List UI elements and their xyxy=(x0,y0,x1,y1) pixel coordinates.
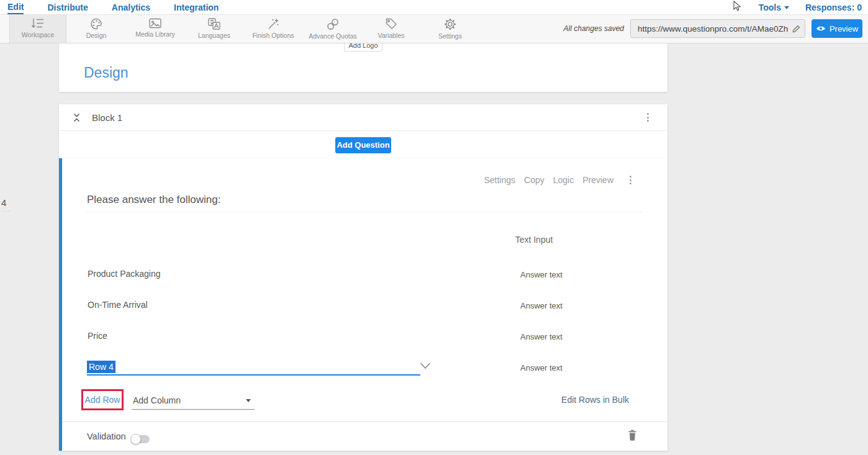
row-answer-placeholder[interactable]: Answer text xyxy=(520,363,563,372)
page-title: Design xyxy=(84,65,129,81)
question-title[interactable]: Please answer the following: xyxy=(87,194,220,206)
nav-tab-integration[interactable]: Integration xyxy=(174,1,219,14)
toggle-knob xyxy=(130,434,141,444)
question-logic-link[interactable]: Logic xyxy=(553,175,574,185)
edit-rows-in-bulk-link[interactable]: Edit Rows in Bulk xyxy=(561,395,629,405)
row-answer-placeholder[interactable]: Answer text xyxy=(520,332,563,341)
add-question-button[interactable]: Add Question xyxy=(335,137,391,153)
question-editor: Settings Copy Logic Preview Please answe… xyxy=(59,158,667,451)
eye-icon xyxy=(816,25,826,32)
workspace-icon xyxy=(31,18,45,29)
questionpro-survey-editor: Edit Distribute Analytics Integration To… xyxy=(0,0,868,455)
toolbar-item-finish-options[interactable]: Finish Options xyxy=(245,15,301,43)
survey-url-field xyxy=(630,19,805,38)
column-header-text-input: Text Input xyxy=(494,235,574,245)
row-label[interactable]: Price xyxy=(88,331,107,341)
toolbar-item-workspace[interactable]: Workspace xyxy=(9,15,66,43)
question-actions: Settings Copy Logic Preview xyxy=(484,173,634,187)
toolbar-item-design[interactable]: Design xyxy=(68,15,124,43)
translate-icon xyxy=(208,18,220,30)
wand-icon xyxy=(267,18,279,30)
question-copy-link[interactable]: Copy xyxy=(524,175,545,185)
question-title-divider xyxy=(87,212,643,212)
validation-toggle[interactable] xyxy=(131,435,150,443)
preview-label: Preview xyxy=(830,24,858,34)
nav-tab-edit[interactable]: Edit xyxy=(7,1,24,14)
gear-icon xyxy=(444,18,456,30)
question-number: 4 xyxy=(1,197,10,212)
autosave-status: All changes saved xyxy=(559,24,624,33)
question-footer-divider xyxy=(62,421,667,422)
dropdown-caret-icon xyxy=(246,399,251,402)
toolbar-item-settings[interactable]: Settings xyxy=(422,15,478,43)
links-icon xyxy=(327,18,339,30)
row-editing-input[interactable]: Row 4 xyxy=(87,358,420,376)
nav-tab-distribute[interactable]: Distribute xyxy=(47,1,88,14)
preview-button[interactable]: Preview xyxy=(811,19,862,38)
add-row-annotation-box: Add Row xyxy=(81,389,124,410)
editor-toolbar: Workspace Design Media Library Languages… xyxy=(0,15,868,43)
question-settings-link[interactable]: Settings xyxy=(484,175,515,185)
tools-label: Tools xyxy=(759,1,781,14)
toolbar-label: Languages xyxy=(198,32,230,39)
responses-counter[interactable]: Responses: 0 xyxy=(805,1,862,14)
toolbar-label: Design xyxy=(86,32,107,39)
row-editing-selected-text: Row 4 xyxy=(87,361,115,373)
add-question-row: Add Question xyxy=(59,132,667,158)
toolbar-item-media-library[interactable]: Media Library xyxy=(127,15,183,43)
toolbar-label: Media Library xyxy=(135,30,175,38)
block-panel: Block 1 Add Question xyxy=(59,104,667,158)
row-label[interactable]: On-Time Arrival xyxy=(88,300,148,310)
question-menu-icon[interactable] xyxy=(627,173,634,187)
image-icon xyxy=(149,18,161,29)
block-menu-icon[interactable] xyxy=(644,110,651,124)
add-column-label: Add Column xyxy=(133,395,181,405)
tag-icon xyxy=(386,18,397,30)
toolbar-label: Advance Quotas xyxy=(309,32,357,40)
toolbar-label: Settings xyxy=(438,32,462,40)
nav-right: Tools Responses: 0 xyxy=(759,0,862,15)
row-answer-placeholder[interactable]: Answer text xyxy=(520,301,563,310)
validation-label: Validation xyxy=(87,431,126,441)
survey-url-input[interactable] xyxy=(631,20,805,37)
question-preview-link[interactable]: Preview xyxy=(582,175,613,185)
toolbar-item-languages[interactable]: Languages xyxy=(186,15,242,43)
toolbar-item-advance-quotas[interactable]: Advance Quotas xyxy=(304,15,361,43)
toolbar-label: Variables xyxy=(378,32,405,39)
row-options-chevron-icon[interactable] xyxy=(420,362,431,370)
pencil-icon[interactable] xyxy=(792,25,800,33)
row-answer-placeholder[interactable]: Answer text xyxy=(520,270,563,279)
mouse-cursor-icon xyxy=(733,1,741,12)
add-row-button[interactable]: Add Row xyxy=(85,395,120,405)
nav-tabs: Edit Distribute Analytics Integration xyxy=(7,0,219,15)
block-title: Block 1 xyxy=(92,112,122,123)
collapse-block-icon[interactable] xyxy=(72,112,81,123)
toolbar-label: Workspace xyxy=(22,31,54,38)
delete-question-icon[interactable] xyxy=(628,430,637,441)
nav-tab-analytics[interactable]: Analytics xyxy=(112,1,150,14)
palette-icon xyxy=(90,18,102,30)
toolbar-item-variables[interactable]: Variables xyxy=(363,15,419,43)
add-column-dropdown[interactable]: Add Column xyxy=(132,389,255,410)
row-label[interactable]: Product Packaging xyxy=(88,269,161,279)
toolbar-label: Finish Options xyxy=(252,32,294,39)
tools-menu[interactable]: Tools xyxy=(759,1,789,14)
caret-down-icon xyxy=(784,6,789,9)
block-header: Block 1 xyxy=(59,104,667,131)
